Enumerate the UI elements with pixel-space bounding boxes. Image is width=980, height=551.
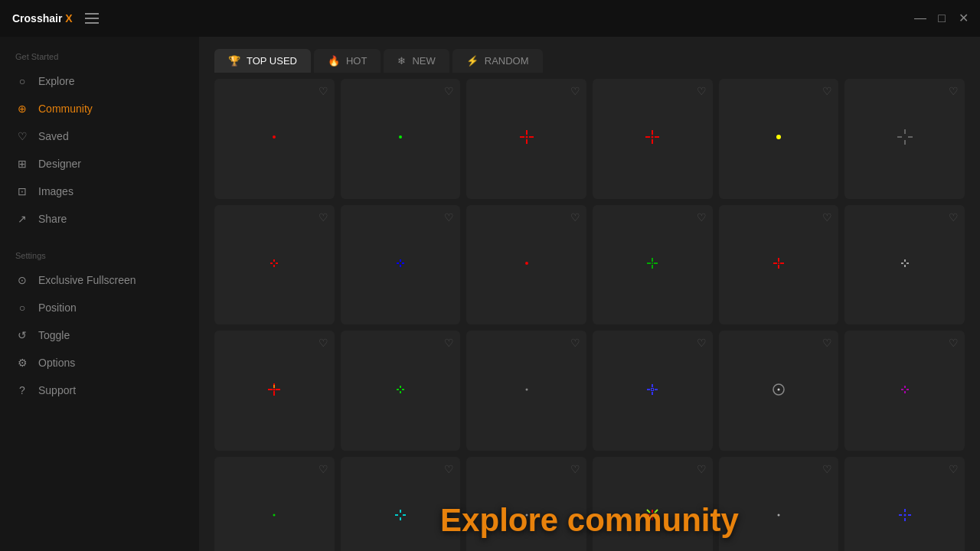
heart-button[interactable]: ♡ (697, 337, 707, 349)
saved-icon: ♡ (15, 129, 29, 143)
sidebar-item-community[interactable]: ⊕ Community (0, 95, 199, 122)
grid-cell[interactable]: ♡ (844, 457, 965, 551)
designer-icon: ⊞ (15, 157, 29, 171)
heart-button[interactable]: ♡ (444, 463, 454, 475)
heart-button[interactable]: ♡ (570, 211, 580, 223)
crosshair-grid-container[interactable]: ♡♡♡ ♡ ♡♡ ♡ ♡ ♡♡ ♡ ♡ (199, 73, 980, 551)
heart-button[interactable]: ♡ (949, 337, 959, 349)
heart-button[interactable]: ♡ (570, 337, 580, 349)
grid-cell[interactable]: ♡ (593, 331, 713, 451)
options-icon: ⚙ (15, 356, 29, 370)
heart-button[interactable]: ♡ (822, 337, 832, 349)
heart-button[interactable]: ♡ (318, 211, 328, 223)
sidebar-item-toggle[interactable]: ↺ Toggle (0, 321, 199, 349)
tab-hot[interactable]: 🔥 HOT (314, 49, 381, 73)
sidebar-item-images[interactable]: ⊡ Images (0, 178, 199, 205)
sidebar-item-position[interactable]: ○ Position (0, 294, 199, 321)
grid-cell[interactable]: ♡ (341, 79, 461, 199)
grid-cell[interactable]: ♡ (593, 205, 713, 325)
crosshair-preview (267, 256, 281, 273)
sidebar-item-designer[interactable]: ⊞ Designer (0, 150, 199, 178)
grid-cell[interactable]: ♡ (593, 79, 713, 199)
heart-button[interactable]: ♡ (697, 463, 707, 475)
heart-button[interactable]: ♡ (822, 463, 832, 475)
window-controls: — □ ✕ (916, 14, 968, 23)
sidebar-item-share[interactable]: ↗ Share (0, 205, 199, 233)
sidebar-item-designer-label: Designer (38, 158, 81, 170)
grid-cell[interactable]: ♡ (466, 457, 586, 551)
svg-point-50 (525, 388, 528, 390)
grid-cell[interactable]: ♡ (466, 205, 586, 325)
heart-button[interactable]: ♡ (822, 85, 832, 97)
sidebar-item-saved[interactable]: ♡ Saved (0, 122, 199, 150)
sidebar-item-support[interactable]: ? Support (0, 377, 199, 404)
heart-button[interactable]: ♡ (697, 211, 707, 223)
crosshair-preview (770, 381, 787, 401)
grid-cell[interactable]: ♡ (214, 457, 335, 551)
heart-button[interactable]: ♡ (318, 463, 328, 475)
heart-button[interactable]: ♡ (697, 85, 707, 97)
heart-button[interactable]: ♡ (318, 337, 328, 349)
crosshair-preview (645, 382, 660, 400)
grid-cell[interactable]: ♡ (466, 331, 586, 451)
grid-cell[interactable]: ♡ (719, 205, 839, 325)
heart-button[interactable]: ♡ (444, 85, 454, 97)
heart-button[interactable]: ♡ (570, 463, 580, 475)
maximize-button[interactable]: □ (937, 14, 946, 23)
grid-cell[interactable]: ♡ (844, 79, 965, 199)
sidebar-item-explore[interactable]: ○ Explore (0, 67, 199, 95)
heart-button[interactable]: ♡ (949, 463, 959, 475)
grid-cell[interactable]: ♡ (844, 331, 965, 451)
heart-button[interactable]: ♡ (949, 85, 959, 97)
heart-button[interactable]: ♡ (570, 85, 580, 97)
tab-new[interactable]: ❄ NEW (384, 49, 449, 73)
sidebar-item-share-label: Share (38, 213, 67, 225)
svg-point-76 (777, 514, 779, 517)
svg-point-45 (273, 388, 276, 390)
grid-cell[interactable]: ♡ (341, 331, 461, 451)
crosshair-preview (265, 380, 283, 402)
grid-cell[interactable]: ♡ (844, 205, 965, 325)
sidebar-item-exclusive-fullscreen[interactable]: ⊙ Exclusive Fullscreen (0, 266, 199, 294)
content-area: 🏆 TOP USED 🔥 HOT ❄ NEW ⚡ RANDOM ♡♡♡ ♡ (199, 37, 980, 551)
svg-point-6 (525, 136, 528, 139)
crosshair-preview (773, 509, 785, 524)
grid-cell[interactable]: ♡ (466, 79, 586, 199)
sidebar-item-options[interactable]: ⚙ Options (0, 349, 199, 377)
grid-cell[interactable]: ♡ (214, 205, 335, 325)
grid-cell[interactable]: ♡ (341, 457, 461, 551)
grid-cell[interactable]: ♡ (719, 457, 839, 551)
crosshair-preview (394, 256, 407, 273)
crosshair-preview (643, 128, 662, 149)
grid-cell[interactable]: ♡ (719, 331, 839, 451)
tab-bar: 🏆 TOP USED 🔥 HOT ❄ NEW ⚡ RANDOM (199, 37, 980, 73)
heart-button[interactable]: ♡ (318, 85, 328, 97)
svg-point-35 (778, 262, 779, 264)
grid-cell[interactable]: ♡ (214, 79, 335, 199)
svg-point-62 (273, 514, 276, 517)
tab-random[interactable]: ⚡ RANDOM (452, 49, 543, 73)
tab-new-label: NEW (412, 55, 435, 67)
tab-top-used[interactable]: 🏆 TOP USED (214, 49, 311, 73)
tab-hot-icon: 🔥 (328, 55, 340, 67)
heart-button[interactable]: ♡ (949, 211, 959, 223)
toggle-icon: ↺ (15, 328, 29, 342)
heart-button[interactable]: ♡ (444, 211, 454, 223)
heart-button[interactable]: ♡ (444, 337, 454, 349)
svg-line-68 (647, 510, 650, 513)
svg-line-71 (647, 517, 650, 520)
sidebar-item-saved-label: Saved (38, 130, 69, 142)
heart-button[interactable]: ♡ (822, 211, 832, 223)
minimize-button[interactable]: — (916, 14, 925, 23)
close-button[interactable]: ✕ (959, 14, 968, 23)
grid-cell[interactable]: ♡ (341, 205, 461, 325)
sidebar-item-community-label: Community (38, 103, 93, 115)
crosshair-preview (268, 509, 280, 524)
crosshair-preview (773, 131, 785, 146)
crosshair-preview (521, 257, 533, 272)
grid-cell[interactable]: ♡ (214, 331, 335, 451)
grid-cell[interactable]: ♡ (593, 457, 713, 551)
grid-cell[interactable]: ♡ (719, 79, 839, 199)
sidebar-item-explore-label: Explore (38, 75, 74, 87)
menu-button[interactable] (85, 13, 99, 24)
